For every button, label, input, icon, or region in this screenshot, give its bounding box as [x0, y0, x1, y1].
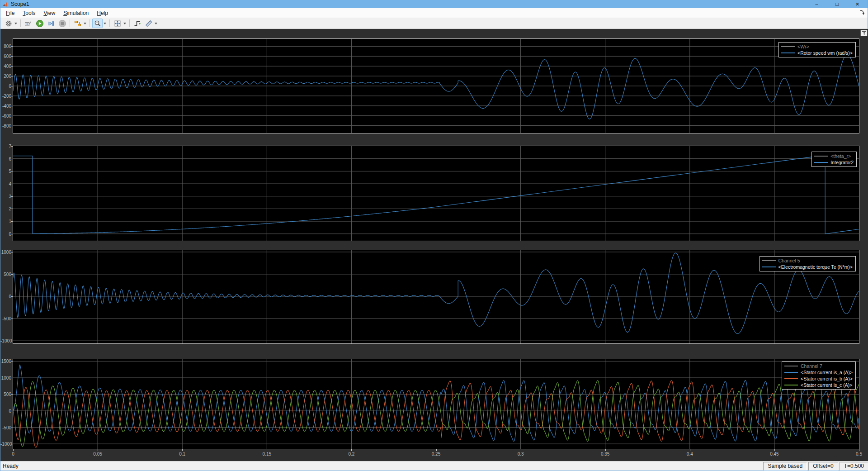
legend-item[interactable]: <theta_r> [814, 153, 854, 159]
dock-scope-button[interactable] [860, 30, 868, 36]
legend-item[interactable]: <Stator current is_c (A)> [784, 382, 853, 388]
menu-help[interactable]: Help [93, 8, 112, 18]
y-tick-mark [11, 196, 13, 197]
toolbar-separator [129, 19, 130, 27]
legend-item[interactable]: <Stator current is_a (A)> [784, 369, 853, 376]
stop-icon [58, 19, 66, 28]
status-sample-mode: Sample based [763, 462, 807, 471]
titlebar[interactable]: Scope1 – □ ✕ [0, 0, 868, 8]
y-tick-mark [11, 96, 13, 96]
x-tick-label: 0.45 [767, 452, 782, 457]
y-tick-label: 0 [0, 409, 11, 414]
signal-selector-dropdown-caret[interactable] [84, 23, 86, 24]
menu-file[interactable]: File [2, 8, 19, 18]
rotor-angle-legend[interactable]: <theta_r>Integrator2 [811, 152, 857, 167]
plot-stator-currents[interactable]: Channel 7<Stator current is_a (A)><Stato… [13, 359, 859, 449]
legend-item[interactable]: Integrator2 [814, 159, 854, 166]
legend-line-sample [814, 156, 828, 157]
y-tick-label: -500 [0, 316, 11, 321]
y-tick-label: -800 [0, 124, 11, 128]
y-tick-label: 1000 [0, 250, 11, 255]
y-tick-label: -200 [0, 94, 11, 99]
dock-arrow-icon [862, 31, 867, 35]
y-tick-mark [11, 234, 13, 234]
parameters-dropdown-caret[interactable] [14, 23, 17, 24]
fit-to-view-dropdown-caret[interactable] [123, 23, 126, 24]
x-tick-mark [690, 449, 690, 451]
measurements-button[interactable] [143, 19, 154, 28]
plot-torque[interactable]: Channel 5<Electromagnetic torque Te (N*m… [13, 250, 859, 344]
rotor-angle-canvas [13, 146, 859, 241]
toolbar-separator [20, 19, 21, 27]
statusbar: Ready Sample based Offset=0 T=0.500 [0, 461, 868, 471]
y-tick-mark [11, 146, 13, 147]
legend-item[interactable]: <Electromagnetic torque Te (N*m)> [762, 264, 853, 270]
y-tick-mark [11, 66, 13, 67]
legend-line-sample [781, 52, 795, 53]
stator-currents-legend[interactable]: Channel 7<Stator current is_a (A)><Stato… [782, 362, 856, 390]
scope-display-area: <Wr><Rotor speed wm (rad/s)> <theta_r>In… [0, 29, 868, 461]
y-tick-label: -1000 [0, 442, 11, 447]
y-tick-label: 800 [0, 44, 11, 49]
y-tick-mark [11, 126, 13, 126]
measurements-dropdown-caret[interactable] [155, 23, 157, 24]
legend-line-sample [784, 372, 798, 373]
window-title: Scope1 [11, 0, 29, 8]
y-tick-mark [11, 184, 13, 184]
fit-to-view-button[interactable] [112, 19, 123, 28]
y-tick-mark [11, 171, 13, 171]
status-offset: Offset=0 [808, 462, 838, 471]
y-tick-label: 7 [0, 144, 11, 149]
y-tick-mark [11, 274, 13, 275]
y-tick-label: 500 [0, 392, 11, 397]
zoom-dropdown-caret[interactable] [104, 23, 106, 24]
legend-item[interactable]: <Wr> [781, 43, 853, 50]
x-tick-mark [182, 449, 183, 451]
x-tick-label: 0.3 [513, 452, 528, 457]
zoom-button[interactable] [92, 19, 103, 28]
legend-line-sample [784, 366, 798, 366]
y-tick-label: -600 [0, 114, 11, 119]
torque-legend[interactable]: Channel 5<Electromagnetic torque Te (N*m… [760, 256, 856, 271]
legend-item[interactable]: Channel 5 [762, 257, 853, 264]
highlight-block-button[interactable] [23, 19, 33, 28]
y-tick-mark [11, 319, 13, 319]
legend-item[interactable]: <Rotor speed wm (rad/s)> [781, 50, 853, 56]
plot-rotor-speed[interactable]: <Wr><Rotor speed wm (rad/s)> [13, 38, 859, 133]
step-forward-button[interactable] [46, 19, 56, 28]
x-tick-label: 0.25 [429, 452, 444, 457]
menu-simulation[interactable]: Simulation [59, 8, 93, 18]
y-tick-mark [11, 221, 13, 222]
scope-window: Scope1 – □ ✕ File Tools View Simulation … [0, 0, 868, 471]
plot-rotor-angle[interactable]: <theta_r>Integrator2 [13, 146, 859, 241]
x-tick-mark [605, 449, 606, 451]
menu-view[interactable]: View [39, 8, 59, 18]
parameters-button[interactable] [3, 19, 14, 28]
fit-to-view-icon [114, 20, 121, 27]
close-button[interactable]: ✕ [847, 0, 868, 8]
y-tick-label: -400 [0, 104, 11, 109]
run-button[interactable] [34, 19, 45, 28]
y-tick-mark [11, 159, 13, 159]
undock-arrow-icon[interactable] [859, 10, 865, 16]
menu-tools[interactable]: Tools [19, 8, 39, 18]
x-tick-label: 0.2 [344, 452, 359, 457]
y-tick-mark [11, 116, 13, 116]
rotor-speed-legend[interactable]: <Wr><Rotor speed wm (rad/s)> [778, 42, 856, 57]
y-tick-mark [11, 252, 13, 252]
y-tick-label: 3 [0, 194, 11, 199]
legend-item[interactable]: <Stator current is_b (A)> [784, 376, 853, 382]
ruler-icon [145, 20, 152, 27]
y-tick-label: 400 [0, 64, 11, 69]
toolbar-separator [70, 19, 70, 27]
stop-button[interactable] [57, 19, 67, 28]
trigger-button[interactable] [132, 19, 142, 28]
maximize-button[interactable]: □ [827, 0, 847, 8]
trigger-icon [134, 20, 141, 27]
minimize-button[interactable]: – [807, 0, 827, 8]
legend-line-sample [781, 46, 795, 47]
legend-item[interactable]: Channel 7 [784, 363, 853, 369]
y-tick-mark [11, 341, 13, 341]
signal-selector-button[interactable] [72, 19, 83, 28]
y-tick-label: 1000 [0, 376, 11, 381]
